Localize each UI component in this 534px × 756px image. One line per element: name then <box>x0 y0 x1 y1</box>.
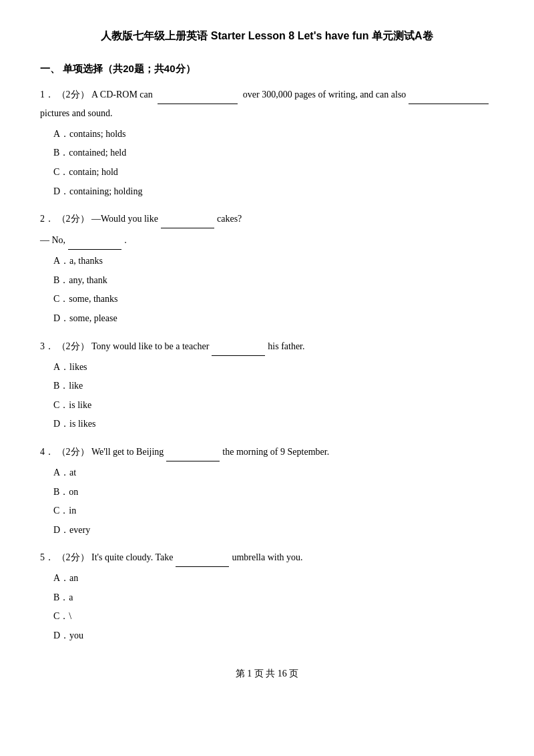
q2-option-d: D．some, please <box>53 310 494 328</box>
q5-option-d: D．you <box>53 627 494 645</box>
q2-option-c: C．some, thanks <box>53 291 494 309</box>
q1-option-c: C．contain; hold <box>53 164 494 182</box>
q2-option-a: A．a, thanks <box>53 252 494 270</box>
q2-text-2: cakes? <box>217 214 242 224</box>
q1-option-a: A．contains; holds <box>53 126 494 144</box>
q2-period: . <box>124 235 127 245</box>
q4-text-2: the morning of 9 September. <box>222 447 329 457</box>
q5-blank-1 <box>176 566 229 567</box>
page-footer: 第 1 页 共 16 页 <box>40 665 494 682</box>
q2-blank-1 <box>161 228 214 228</box>
q1-option-d: D．containing; holding <box>53 183 494 201</box>
q2-points: （2分） <box>57 214 89 224</box>
q3-option-a: A．likes <box>53 359 494 377</box>
question-4-stem: 4． （2分） We'll get to Beijingthe morning … <box>40 443 494 461</box>
q5-points: （2分） <box>57 552 89 562</box>
q2-dash: — No, <box>40 235 65 245</box>
q3-text-2: his father. <box>268 341 304 351</box>
q1-blank-2 <box>409 104 489 104</box>
q2-blank-2 <box>68 249 121 250</box>
q3-points: （2分） <box>57 341 89 351</box>
q3-number: 3． <box>40 341 54 351</box>
q1-number: 1． <box>40 89 54 100</box>
question-4: 4． （2分） We'll get to Beijingthe morning … <box>40 443 494 539</box>
q1-text-3: pictures and sound. <box>40 108 112 118</box>
question-5-stem: 5． （2分） It's quite cloudy. Takeumbrella … <box>40 548 494 567</box>
q2-number: 2． <box>40 214 54 224</box>
q1-blank-1 <box>158 104 238 104</box>
q1-text-2: over 300,000 pages of writing, and can a… <box>240 89 406 100</box>
q2-text-1: —Would you like <box>91 214 158 224</box>
question-1: 1． （2分） A CD-ROM can over 300,000 pages … <box>40 85 494 200</box>
q4-option-b: B．on <box>53 484 494 502</box>
question-5: 5． （2分） It's quite cloudy. Takeumbrella … <box>40 548 494 644</box>
q4-number: 4． <box>40 447 54 457</box>
q1-text-1: A CD-ROM can <box>91 89 155 100</box>
q3-option-b: B．like <box>53 377 494 395</box>
question-1-stem: 1． （2分） A CD-ROM can over 300,000 pages … <box>40 85 494 123</box>
question-3-stem: 3． （2分） Tony would like to be a teacherh… <box>40 337 494 356</box>
page-title: 人教版七年级上册英语 Starter Lesson 8 Let's have f… <box>40 27 494 46</box>
q4-option-a: A．at <box>53 464 494 482</box>
question-3: 3． （2分） Tony would like to be a teacherh… <box>40 337 494 433</box>
question-2-stem2: — No,. <box>40 231 494 250</box>
q5-text-1: It's quite cloudy. Take <box>91 552 173 562</box>
q3-blank-1 <box>212 355 265 356</box>
q4-text-1: We'll get to Beijing <box>91 447 164 457</box>
q3-text-1: Tony would like to be a teacher <box>91 341 209 351</box>
question-2-stem: 2． （2分） —Would you likecakes? <box>40 210 494 228</box>
q4-blank-1 <box>166 461 220 461</box>
q1-points: （2分） <box>57 89 89 100</box>
q5-option-a: A．an <box>53 570 494 588</box>
section1-title: 一、 单项选择（共20题；共40分） <box>40 59 494 77</box>
q2-option-b: B．any, thank <box>53 272 494 290</box>
question-2: 2． （2分） —Would you likecakes? — No,. A．a… <box>40 210 494 327</box>
q3-option-d: D．is likes <box>53 415 494 433</box>
q3-option-c: C．is like <box>53 397 494 415</box>
q5-text-2: umbrella with you. <box>232 552 302 562</box>
q5-option-b: B．a <box>53 589 494 607</box>
q4-option-d: D．every <box>53 522 494 540</box>
q1-option-b: B．contained; held <box>53 144 494 162</box>
q4-points: （2分） <box>57 447 89 457</box>
q4-option-c: C．in <box>53 502 494 520</box>
q5-option-c: C．\ <box>53 608 494 626</box>
q5-number: 5． <box>40 552 54 562</box>
